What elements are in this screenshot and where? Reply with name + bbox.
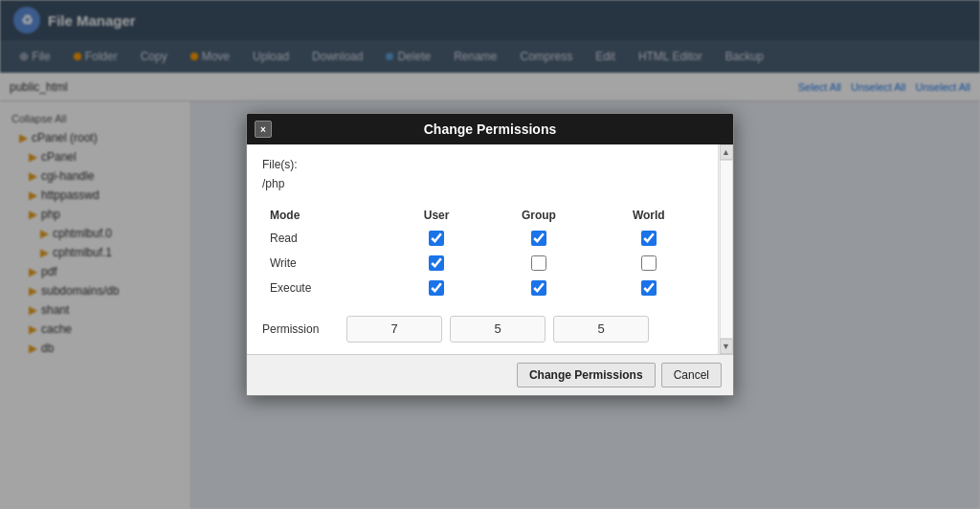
group-execute-checkbox-container xyxy=(490,280,587,296)
user-execute-checkbox[interactable] xyxy=(429,280,444,296)
mode-read: Read xyxy=(262,226,390,251)
change-permissions-dialog: × Change Permissions File(s): /php Mode … xyxy=(246,113,734,395)
group-read-checkbox[interactable] xyxy=(531,231,546,246)
group-execute-checkbox[interactable] xyxy=(531,280,546,296)
dialog-footer: Change Permissions Cancel xyxy=(247,354,733,395)
permission-group-input[interactable] xyxy=(450,316,546,343)
col-header-mode: Mode xyxy=(262,205,390,226)
scrollbar-track xyxy=(720,160,733,338)
mode-execute: Execute xyxy=(262,276,390,300)
dialog-titlebar: × Change Permissions xyxy=(247,114,733,144)
world-read-checkbox-container xyxy=(603,231,695,246)
user-read-checkbox[interactable] xyxy=(429,231,444,246)
user-execute-checkbox-container xyxy=(398,280,475,296)
col-header-world: World xyxy=(595,205,702,226)
permission-user-input[interactable] xyxy=(346,316,442,343)
dialog-scrollbar: ▲ ▼ xyxy=(718,144,733,353)
group-write-cell xyxy=(482,251,594,276)
world-execute-cell xyxy=(595,276,702,300)
permission-world-input[interactable] xyxy=(553,316,649,343)
world-write-checkbox[interactable] xyxy=(641,255,657,271)
user-read-cell xyxy=(390,226,482,251)
user-write-checkbox-container xyxy=(398,255,475,271)
world-read-cell xyxy=(595,226,702,251)
table-row-execute: Execute xyxy=(262,276,702,300)
group-read-checkbox-container xyxy=(490,231,587,246)
group-execute-cell xyxy=(482,276,594,300)
world-execute-checkbox-container xyxy=(603,280,695,296)
group-read-cell xyxy=(482,226,594,251)
dialog-body: File(s): /php Mode User Group World xyxy=(247,144,733,353)
table-header-row: Mode User Group World xyxy=(262,205,702,226)
world-execute-checkbox[interactable] xyxy=(641,280,657,296)
permission-label: Permission xyxy=(262,322,339,336)
cancel-button[interactable]: Cancel xyxy=(661,363,722,387)
file-path: /php xyxy=(262,177,284,190)
dialog-close-button[interactable]: × xyxy=(255,121,272,138)
group-write-checkbox-container xyxy=(490,255,587,271)
scrollbar-up-arrow[interactable]: ▲ xyxy=(720,144,733,160)
world-write-cell xyxy=(595,251,702,276)
world-write-checkbox-container xyxy=(603,255,695,271)
modal-overlay: × Change Permissions File(s): /php Mode … xyxy=(0,0,980,509)
col-header-group: Group xyxy=(482,205,594,226)
file-label: File(s): xyxy=(262,158,298,171)
user-execute-cell xyxy=(390,276,482,300)
mode-write: Write xyxy=(262,251,390,276)
user-read-checkbox-container xyxy=(398,231,475,246)
change-permissions-button[interactable]: Change Permissions xyxy=(517,363,656,387)
table-row-read: Read xyxy=(262,226,702,251)
world-read-checkbox[interactable] xyxy=(641,231,657,246)
scrollbar-down-arrow[interactable]: ▼ xyxy=(720,339,733,354)
dialog-title: Change Permissions xyxy=(424,122,557,137)
permission-row: Permission xyxy=(262,316,702,343)
permissions-table: Mode User Group World Read xyxy=(262,205,702,300)
user-write-checkbox[interactable] xyxy=(429,255,444,271)
dialog-content: File(s): /php Mode User Group World xyxy=(247,144,718,353)
file-info: File(s): /php xyxy=(262,156,702,192)
group-write-checkbox[interactable] xyxy=(531,255,546,271)
user-write-cell xyxy=(390,251,482,276)
col-header-user: User xyxy=(390,205,482,226)
table-row-write: Write xyxy=(262,251,702,276)
